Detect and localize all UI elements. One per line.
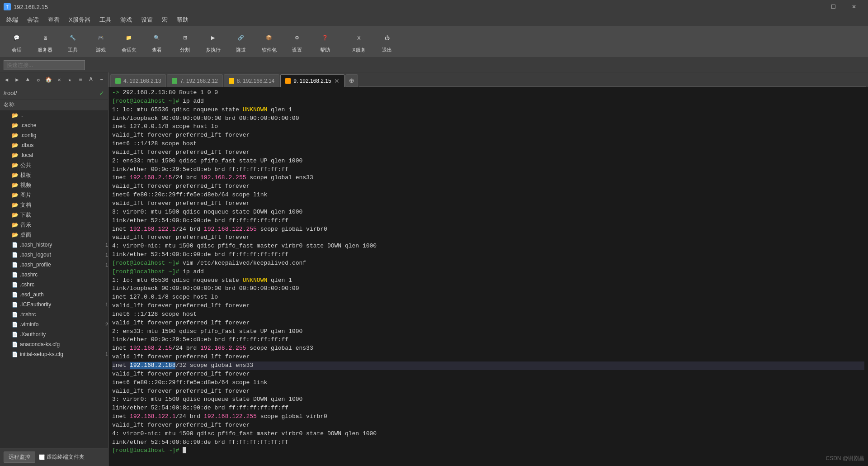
track-terminal-checkbox[interactable]: 跟踪终端文件夹 xyxy=(39,453,85,461)
tab-1[interactable]: 7. 192.168.2.12 xyxy=(167,74,222,87)
tree-item-bash_logout[interactable]: 📄.bash_logout1 xyxy=(8,250,108,260)
window-controls: — ☐ ✕ xyxy=(802,0,864,14)
term-line-39: valid_lft forever preferred_lft forever xyxy=(112,421,864,430)
term-line-0: -> 292.168.2.13:80 Route 1 0 0 xyxy=(112,89,864,97)
term-line-2: 1: lo: mtu 65536 qdisc noqueue state UNK… xyxy=(112,106,864,114)
menu-item-游戏[interactable]: 游戏 xyxy=(116,15,137,25)
tab-2[interactable]: 8. 192.168.2.14 xyxy=(224,74,279,87)
toolbar-btn-分割[interactable]: ⊞分割 xyxy=(172,29,198,56)
toolbar-icon-软件包: 📦 xyxy=(262,31,276,45)
close-button[interactable]: ✕ xyxy=(844,0,864,14)
toolbar-btn-工具[interactable]: 🔧工具 xyxy=(60,29,86,56)
term-line-12: inet6 fe80::20c:29ff:fe5e:d8eb/64 scope … xyxy=(112,191,864,200)
term-line-38: inet 192.168.122.1/24 brd 192.168.122.25… xyxy=(112,413,864,421)
folder-icon: 📂 xyxy=(12,182,19,188)
tree-item-esd_auth[interactable]: 📄.esd_auth xyxy=(8,290,108,300)
watermark: CSDN @谢剧昌 xyxy=(826,455,864,462)
term-line-14: 3: virbr0: mtu 1500 qdisc noqueue state … xyxy=(112,208,864,217)
toolbar-icon-服务器: 🖥 xyxy=(38,31,52,45)
file-icon: 📄 xyxy=(12,262,18,268)
menu-item-会话[interactable]: 会话 xyxy=(23,15,43,25)
tree-item-cache[interactable]: 📂.cache xyxy=(8,120,108,130)
tree-item-local[interactable]: 📂.local xyxy=(8,150,108,160)
sidebar-forward-btn[interactable]: ▶ xyxy=(12,75,22,85)
menu-item-工具[interactable]: 工具 xyxy=(95,15,116,25)
toolbar-btn-帮助[interactable]: ❓帮助 xyxy=(312,29,338,56)
sidebar-back-btn[interactable]: ◀ xyxy=(2,75,11,85)
tree-item-dbus[interactable]: 📂.dbus xyxy=(8,140,108,150)
tree-item-config[interactable]: 📂.config xyxy=(8,130,108,140)
new-tab-button[interactable]: ⊕ xyxy=(345,74,358,87)
toolbar-btn-会话夹[interactable]: 📁会话夹 xyxy=(116,29,142,56)
sidebar-home-btn[interactable]: 🏠 xyxy=(44,75,53,85)
term-line-34: inet6 fe80::20c:29ff:fe5e:d8eb/64 scope … xyxy=(112,379,864,387)
file-tree: 📂..📂.cache📂.config📂.dbus📂.local📂公共📂模板📂视频… xyxy=(0,110,108,448)
track-terminal-input[interactable] xyxy=(39,454,45,460)
maximize-button[interactable]: ☐ xyxy=(823,0,844,14)
term-line-32: inet 192.168.2.188/32 scope global ens33 xyxy=(112,361,864,370)
terminal[interactable]: -> 292.168.2.13:80 Route 1 0 0[root@loca… xyxy=(108,87,868,466)
tree-item-文档[interactable]: 📂文档 xyxy=(8,200,108,210)
tree-item-Xauthority[interactable]: 📄.Xauthority xyxy=(8,329,108,339)
sidebar-refresh-btn[interactable]: ↺ xyxy=(33,75,43,85)
toolbar-btn-隧道[interactable]: 🔗隧道 xyxy=(228,29,254,56)
quickconnect-input[interactable] xyxy=(4,60,85,70)
toolbar-btn-查看[interactable]: 🔍查看 xyxy=(144,29,170,56)
tree-item-anaconda-kscfg[interactable]: 📄anaconda-ks.cfg xyxy=(8,339,108,349)
tree-item-tcshrc[interactable]: 📄.tcshrc xyxy=(8,309,108,319)
tab-icon-3 xyxy=(285,78,291,84)
tree-item-bash_history[interactable]: 📄.bash_history1 xyxy=(8,240,108,250)
tree-item-桌面[interactable]: 📂桌面 xyxy=(8,230,108,240)
toolbar-btn-会话[interactable]: 💬会话 xyxy=(4,29,30,56)
tree-item-cshrc[interactable]: 📄.cshrc xyxy=(8,280,108,290)
toolbar-btn-多执行[interactable]: ▶多执行 xyxy=(200,29,226,56)
menu-item-X服务器[interactable]: X服务器 xyxy=(64,15,95,25)
quickconnect-bar xyxy=(0,58,868,72)
toolbar-btn-设置[interactable]: ⚙设置 xyxy=(284,29,310,56)
tree-item-initial-setup-kscfg[interactable]: 📄initial-setup-ks.cfg1 xyxy=(8,349,108,359)
term-line-15: link/ether 52:54:00:8c:90:de brd ff:ff:f… xyxy=(112,217,864,225)
toolbar-btn-游戏[interactable]: 🎮游戏 xyxy=(88,29,114,56)
sidebar-up-btn[interactable]: ▲ xyxy=(23,75,33,85)
toolbar-icon-退出: ⏻ xyxy=(380,31,394,45)
toolbar-btn-服务器[interactable]: 🖥服务器 xyxy=(32,29,58,56)
tree-item-bashrc[interactable]: 📄.bashrc xyxy=(8,270,108,280)
menu-item-查看[interactable]: 查看 xyxy=(43,15,64,25)
menu-item-终端[interactable]: 终端 xyxy=(2,15,23,25)
tree-item-ICEauthority[interactable]: 📄.ICEauthority1 xyxy=(8,300,108,309)
sidebar-extra-btn[interactable]: ⋯ xyxy=(97,75,106,85)
tree-item-viminfo[interactable]: 📄.viminfo2 xyxy=(8,319,108,329)
toolbar-btn-软件包[interactable]: 📦软件包 xyxy=(256,29,282,56)
term-line-37: link/ether 52:54:00:8c:90:de brd ff:ff:f… xyxy=(112,404,864,413)
remote-monitor-button[interactable]: 远程监控 xyxy=(4,452,35,463)
toolbar-btn-X服务[interactable]: XX服务 xyxy=(346,29,372,56)
tab-close-btn[interactable]: ✕ xyxy=(334,77,340,85)
tree-item-公共[interactable]: 📂公共 xyxy=(8,160,108,170)
tree-item-下载[interactable]: 📂下载 xyxy=(8,210,108,220)
minimize-button[interactable]: — xyxy=(802,0,823,14)
menu-item-帮助[interactable]: 帮助 xyxy=(172,15,193,25)
sidebar-font-btn[interactable]: A xyxy=(86,75,95,85)
toolbar-icon-X服务: X xyxy=(352,31,366,45)
toolbar-btn-退出[interactable]: ⏻退出 xyxy=(374,29,400,56)
tree-item-音乐[interactable]: 📂音乐 xyxy=(8,220,108,230)
menu-item-宏[interactable]: 宏 xyxy=(157,15,172,25)
tree-item-视频[interactable]: 📂视频 xyxy=(8,180,108,190)
tree-item-bash_profile[interactable]: 📄.bash_profile1 xyxy=(8,260,108,270)
sidebar-view-btn[interactable]: ≡ xyxy=(75,75,85,85)
term-line-26: inet6 ::1/128 scope host xyxy=(112,310,864,319)
tab-3[interactable]: 9. 192.168.2.15✕ xyxy=(280,74,344,87)
tree-item-.[interactable]: 📂.. xyxy=(8,110,108,120)
tab-0[interactable]: 4. 192.168.2.13 xyxy=(110,74,166,87)
tab-icon-0 xyxy=(115,78,121,84)
term-line-41: link/ether 52:54:00:8c:90:de brd ff:ff:f… xyxy=(112,438,864,447)
term-line-5: valid_lft forever preferred_lft forever xyxy=(112,131,864,140)
sidebar-stop-btn[interactable]: ✕ xyxy=(54,75,64,85)
tree-item-模板[interactable]: 📂模板 xyxy=(8,170,108,180)
toolbar-icon-会话: 💬 xyxy=(9,31,24,45)
tree-item-图片[interactable]: 📂图片 xyxy=(8,190,108,200)
term-line-30: inet 192.168.2.15/24 brd 192.168.2.255 s… xyxy=(112,344,864,353)
term-line-21: [root@localhost ~]# ip add xyxy=(112,268,864,276)
term-line-42: [root@localhost ~]# █ xyxy=(112,447,864,455)
menu-item-设置[interactable]: 设置 xyxy=(137,15,157,25)
